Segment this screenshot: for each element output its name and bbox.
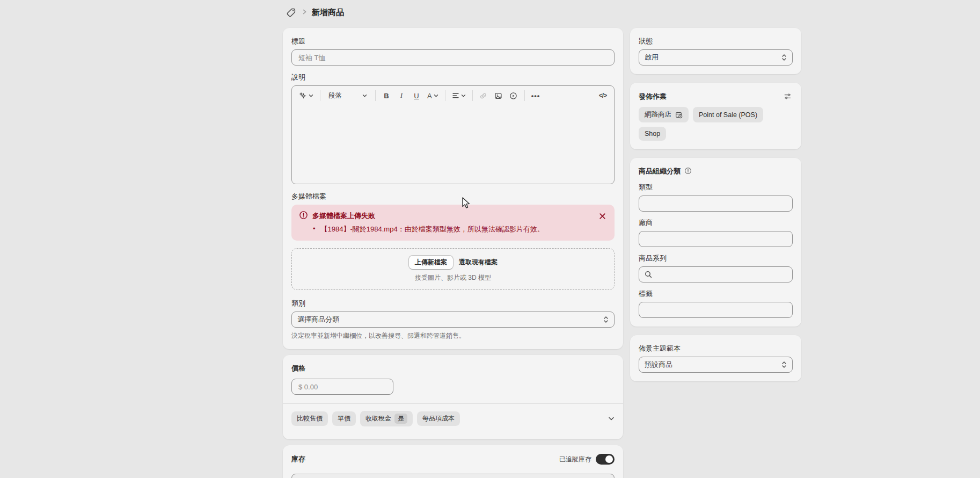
text-color-button[interactable]: A: [425, 89, 441, 103]
vendor-input[interactable]: [639, 231, 793, 247]
type-label: 類型: [639, 183, 793, 192]
error-detail: 【1984】-關於1984.mp4：由於檔案類型無效，所以無法確認影片有效。: [321, 224, 544, 234]
collections-search-input[interactable]: [639, 266, 793, 283]
pricing-title: 價格: [291, 364, 615, 373]
toolbar-separator: [375, 90, 376, 101]
toolbar-separator: [445, 90, 445, 101]
status-select[interactable]: 啟用: [639, 49, 793, 66]
products-tag-icon[interactable]: [285, 6, 297, 19]
price-input[interactable]: [291, 379, 393, 395]
more-options-button[interactable]: •••: [529, 89, 543, 103]
status-card: 狀態 啟用: [630, 28, 801, 74]
channel-shop: Shop: [639, 127, 666, 141]
channel-online-store: 網路商店: [639, 107, 689, 122]
product-details-card: 標題 說明 段落: [283, 28, 623, 349]
show-html-button[interactable]: </>: [596, 89, 610, 103]
error-title: 多媒體檔案上傳失敗: [312, 211, 375, 221]
bold-button[interactable]: B: [379, 89, 393, 103]
inventory-field-partial[interactable]: [291, 474, 615, 478]
underline-button[interactable]: U: [409, 89, 423, 103]
toggle-knob: [605, 455, 613, 463]
paragraph-style-dropdown[interactable]: 段落: [324, 89, 371, 103]
paragraph-style-label: 段落: [328, 91, 342, 100]
charge-tax-value: 是: [394, 414, 407, 424]
type-input[interactable]: [639, 195, 793, 212]
tags-input[interactable]: [639, 302, 793, 318]
main-column: 標題 說明 段落: [283, 28, 623, 478]
toolbar-separator: [524, 90, 525, 101]
select-updown-icon: [781, 361, 787, 368]
category-select-value: 選擇商品分類: [297, 315, 339, 324]
rich-text-editor: 段落 B I U A: [291, 85, 615, 184]
compare-at-price-pill[interactable]: 比較售價: [291, 411, 328, 426]
media-dropzone[interactable]: 上傳新檔案 選取現有檔案 接受圖片、影片或 3D 模型: [291, 248, 615, 290]
calendar-clock-icon[interactable]: [675, 111, 683, 119]
description-textarea[interactable]: [292, 105, 614, 184]
sidebar: 狀態 啟用 發佈作業 網路商店: [630, 28, 801, 478]
toolbar-separator: [472, 90, 473, 101]
ai-magic-button[interactable]: [296, 89, 316, 103]
info-icon[interactable]: [684, 167, 692, 176]
error-bullet: •: [313, 224, 316, 234]
pricing-options-row: 比較售價 單價 收取稅金 是 每品項成本: [291, 411, 615, 426]
select-updown-icon: [781, 54, 787, 61]
collections-label: 商品系列: [639, 254, 793, 263]
insert-video-icon[interactable]: [507, 89, 521, 103]
cost-per-item-pill[interactable]: 每品項成本: [417, 411, 460, 426]
tracked-inventory-label: 已追蹤庫存: [559, 455, 591, 464]
charge-tax-label: 收取稅金: [365, 414, 391, 423]
category-helper-text: 決定稅率並新增中繼欄位，以改善搜尋、篩選和跨管道銷售。: [291, 331, 615, 341]
status-select-value: 啟用: [645, 53, 659, 62]
chevron-down-icon[interactable]: [608, 415, 615, 423]
inventory-card: 庫存 已追蹤庫存: [283, 445, 623, 478]
toolbar-separator: [320, 90, 320, 101]
title-input[interactable]: [291, 49, 615, 66]
unit-price-pill[interactable]: 單價: [332, 411, 356, 426]
category-label: 類別: [291, 299, 615, 308]
select-existing-file-button[interactable]: 選取現有檔案: [459, 258, 498, 267]
select-updown-icon: [603, 316, 609, 323]
theme-template-card: 佈景主題範本 預設商品: [630, 335, 801, 381]
editor-toolbar: 段落 B I U A: [292, 86, 614, 105]
status-label: 狀態: [639, 37, 793, 46]
adjust-settings-icon[interactable]: [782, 91, 793, 102]
track-inventory-toggle[interactable]: [596, 454, 615, 465]
text-color-glyph: A: [427, 92, 432, 100]
media-label: 多媒體檔案: [291, 192, 615, 201]
pricing-card: 價格 比較售價 單價 收取稅金 是 每品項成本: [283, 355, 623, 439]
channel-label: 網路商店: [645, 110, 671, 119]
publishing-card: 發佈作業 網路商店: [630, 83, 801, 149]
close-icon[interactable]: [598, 212, 607, 221]
theme-template-select[interactable]: 預設商品: [639, 357, 793, 373]
charge-tax-pill[interactable]: 收取稅金 是: [360, 411, 413, 426]
inventory-title: 庫存: [291, 454, 305, 464]
organization-title: 商品組織分類: [639, 166, 681, 176]
upload-new-file-button[interactable]: 上傳新檔案: [408, 255, 454, 270]
breadcrumb-chevron-icon: [302, 9, 307, 17]
theme-template-label: 佈景主題範本: [639, 344, 793, 353]
description-label: 說明: [291, 73, 615, 82]
title-label: 標題: [291, 37, 615, 46]
link-icon: [477, 89, 491, 103]
publishing-title: 發佈作業: [639, 92, 667, 102]
insert-image-icon[interactable]: [492, 89, 506, 103]
divider: [283, 403, 623, 404]
alert-circle-icon: [299, 211, 308, 221]
upload-hint: 接受圖片、影片或 3D 模型: [292, 273, 614, 283]
page-title: 新增商品: [312, 8, 344, 18]
search-icon: [644, 270, 653, 279]
tags-label: 標籤: [639, 289, 793, 299]
italic-button[interactable]: I: [394, 89, 408, 103]
alignment-button[interactable]: [449, 89, 469, 103]
media-upload-error-banner: 多媒體檔案上傳失敗 • 【1984】-關於1984.mp4：由於檔案類型無效，所…: [291, 205, 615, 241]
vendor-label: 廠商: [639, 218, 793, 228]
breadcrumb: 新增商品: [285, 6, 344, 19]
channel-pos: Point of Sale (POS): [693, 107, 763, 122]
category-select[interactable]: 選擇商品分類: [291, 312, 615, 328]
organization-card: 商品組織分類 類型 廠商 商品系列: [630, 158, 801, 327]
theme-template-value: 預設商品: [645, 360, 672, 370]
